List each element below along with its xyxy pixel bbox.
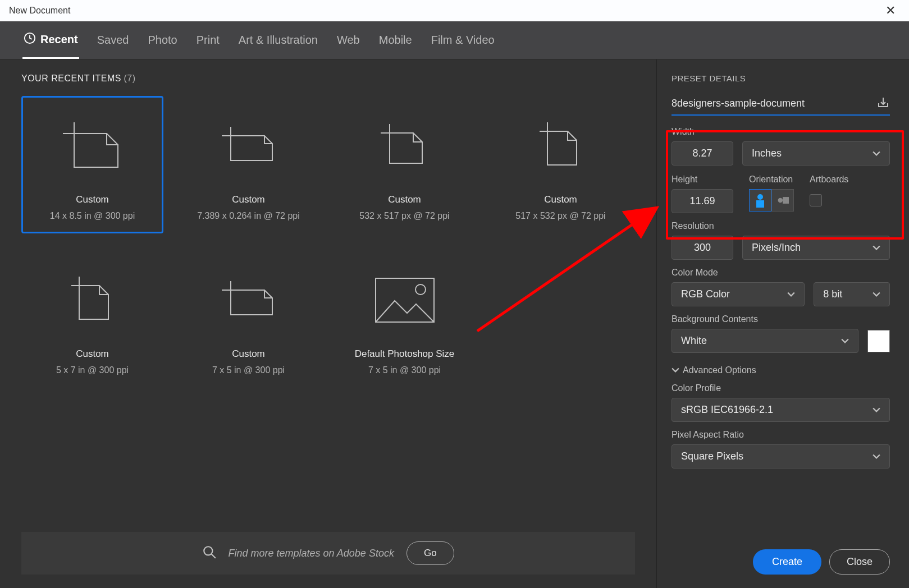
document-icon xyxy=(380,113,430,178)
resolution-input[interactable]: 300 xyxy=(672,236,733,260)
preset-specs: 5 x 7 in @ 300 ppi xyxy=(56,365,129,375)
left-panel: YOUR RECENT ITEMS (7) Custom 14 x 8.5 in… xyxy=(0,59,656,588)
svg-point-17 xyxy=(757,194,763,200)
resolution-label: Resolution xyxy=(672,221,890,231)
width-input[interactable]: 8.27 xyxy=(672,141,733,166)
preset-name-field[interactable]: 8designers-sample-document xyxy=(672,98,805,109)
preset-name: Custom xyxy=(544,194,577,205)
select-value: Square Pixels xyxy=(681,451,743,462)
titlebar: New Document ✕ xyxy=(0,0,909,21)
preset-card[interactable]: Custom 517 x 532 px @ 72 ppi xyxy=(490,96,632,233)
chevron-down-icon xyxy=(873,150,880,158)
select-value: White xyxy=(681,335,707,347)
tab-saved[interactable]: Saved xyxy=(96,21,130,59)
preset-name: Custom xyxy=(232,348,265,360)
image-icon xyxy=(373,268,436,333)
pixel-aspect-ratio-select[interactable]: Square Pixels xyxy=(672,444,890,468)
preset-specs: 517 x 532 px @ 72 ppi xyxy=(515,211,605,221)
section-count: (7) xyxy=(124,74,135,83)
close-icon[interactable]: ✕ xyxy=(881,3,900,18)
select-value: 8 bit xyxy=(823,288,842,300)
color-profile-label: Color Profile xyxy=(672,383,890,393)
height-input[interactable]: 11.69 xyxy=(672,189,733,213)
orientation-label: Orientation xyxy=(749,174,794,185)
artboards-label: Artboards xyxy=(810,174,848,185)
document-icon xyxy=(538,113,583,178)
preset-details-heading: PRESET DETAILS xyxy=(672,74,890,83)
document-icon xyxy=(221,113,277,178)
search-input[interactable]: Find more templates on Adobe Stock xyxy=(228,548,394,559)
search-bar: Find more templates on Adobe Stock Go xyxy=(21,532,635,575)
document-icon xyxy=(221,268,277,333)
resolution-units-select[interactable]: Pixels/Inch xyxy=(742,236,890,260)
tab-web[interactable]: Web xyxy=(336,21,361,59)
category-tabs: Recent Saved Photo Print Art & Illustrat… xyxy=(0,21,909,59)
preset-name: Default Photoshop Size xyxy=(355,348,455,360)
window-title: New Document xyxy=(9,6,70,16)
tab-label: Photo xyxy=(148,34,177,47)
clock-icon xyxy=(24,32,36,47)
preset-card[interactable]: Default Photoshop Size 7 x 5 in @ 300 pp… xyxy=(334,250,476,388)
preset-specs: 7 x 5 in @ 300 ppi xyxy=(368,365,441,375)
color-depth-select[interactable]: 8 bit xyxy=(814,282,890,306)
tab-label: Art & Illustration xyxy=(239,34,318,47)
tab-photo[interactable]: Photo xyxy=(147,21,178,59)
tab-label: Web xyxy=(337,34,360,47)
tab-label: Print xyxy=(197,34,220,47)
download-icon[interactable] xyxy=(876,95,890,111)
tab-label: Recent xyxy=(40,33,78,46)
preset-card[interactable]: Custom 5 x 7 in @ 300 ppi xyxy=(21,250,163,388)
tab-recent[interactable]: Recent xyxy=(22,21,79,59)
color-mode-label: Color Mode xyxy=(672,268,890,278)
preset-card[interactable]: Custom 532 x 517 px @ 72 ppi xyxy=(334,96,476,233)
preset-name: Custom xyxy=(76,194,109,205)
preset-name: Custom xyxy=(76,348,109,360)
tab-print[interactable]: Print xyxy=(195,21,221,59)
units-select[interactable]: Inches xyxy=(742,141,890,166)
create-button[interactable]: Create xyxy=(753,549,821,575)
tab-mobile[interactable]: Mobile xyxy=(378,21,413,59)
orientation-landscape-button[interactable] xyxy=(771,189,794,212)
preset-details-panel: PRESET DETAILS 8designers-sample-documen… xyxy=(656,59,909,588)
orientation-portrait-button[interactable] xyxy=(749,189,771,212)
document-icon xyxy=(62,113,124,178)
select-value: sRGB IEC61966-2.1 xyxy=(681,404,773,416)
svg-point-19 xyxy=(778,198,783,203)
advanced-options-toggle[interactable]: Advanced Options xyxy=(672,365,890,375)
chevron-down-icon xyxy=(873,406,880,414)
close-button[interactable]: Close xyxy=(829,549,890,575)
background-color-swatch[interactable] xyxy=(867,330,890,352)
chevron-down-icon xyxy=(787,291,795,298)
search-icon xyxy=(202,545,217,562)
tab-label: Saved xyxy=(97,34,129,47)
svg-rect-13 xyxy=(376,278,434,322)
pixel-aspect-ratio-label: Pixel Aspect Ratio xyxy=(672,430,890,440)
recent-items-heading: YOUR RECENT ITEMS (7) xyxy=(21,74,635,84)
svg-line-16 xyxy=(212,554,216,558)
document-icon xyxy=(70,268,115,333)
width-label: Width xyxy=(672,127,890,137)
select-value: Inches xyxy=(752,148,782,159)
svg-rect-20 xyxy=(783,197,789,204)
tab-film-video[interactable]: Film & Video xyxy=(430,21,496,59)
color-mode-select[interactable]: RGB Color xyxy=(672,282,805,306)
preset-specs: 532 x 517 px @ 72 ppi xyxy=(359,211,449,221)
preset-card[interactable]: Custom 14 x 8.5 in @ 300 ppi xyxy=(21,96,163,233)
preset-card[interactable]: Custom 7 x 5 in @ 300 ppi xyxy=(177,250,319,388)
chevron-down-icon xyxy=(672,366,679,374)
preset-name: Custom xyxy=(232,194,265,205)
person-portrait-icon xyxy=(754,193,766,208)
person-landscape-icon xyxy=(776,193,789,208)
preset-specs: 14 x 8.5 in @ 300 ppi xyxy=(50,211,135,221)
color-profile-select[interactable]: sRGB IEC61966-2.1 xyxy=(672,398,890,422)
background-select[interactable]: White xyxy=(672,329,858,353)
height-label: Height xyxy=(672,174,733,185)
chevron-down-icon xyxy=(873,244,880,252)
chevron-down-icon xyxy=(873,291,880,298)
chevron-down-icon xyxy=(841,337,849,345)
artboards-checkbox[interactable] xyxy=(810,194,822,206)
preset-card[interactable]: Custom 7.389 x 0.264 in @ 72 ppi xyxy=(177,96,319,233)
go-button[interactable]: Go xyxy=(406,541,454,565)
tab-art-illustration[interactable]: Art & Illustration xyxy=(237,21,319,59)
advanced-options-label: Advanced Options xyxy=(683,365,756,375)
